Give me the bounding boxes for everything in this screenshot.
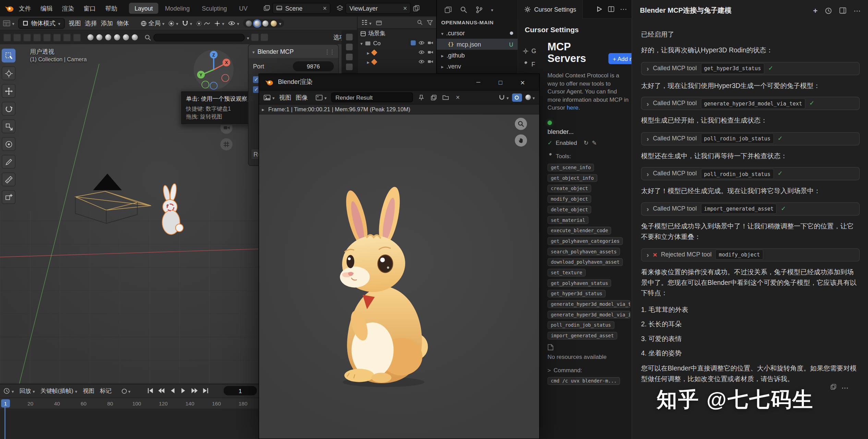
camera-object[interactable] xyxy=(71,170,154,231)
scene-unlink-icon[interactable] xyxy=(323,4,327,12)
marker-menu[interactable]: 标记 xyxy=(100,387,112,395)
minimize-button[interactable] xyxy=(467,74,490,90)
open-image-icon[interactable] xyxy=(442,93,450,101)
expand-chevron-icon[interactable] xyxy=(647,249,649,261)
outliner-row-scene[interactable]: 场景集 xyxy=(358,29,436,38)
mcp-tool-call-rejected[interactable]: Rejected MCP tool modify_object xyxy=(641,248,860,261)
expand-stats-icon[interactable] xyxy=(262,106,264,112)
outliner-editor-icon[interactable] xyxy=(361,19,372,26)
edit-server-icon[interactable] xyxy=(592,139,596,146)
viewlayer-selector[interactable]: ViewLayer xyxy=(346,3,411,14)
outliner-search-icon[interactable] xyxy=(417,20,423,26)
transform-orientation-selector[interactable]: 全局 xyxy=(141,19,164,27)
source-control-icon[interactable] xyxy=(475,6,483,13)
expand-chevron-icon[interactable] xyxy=(647,203,649,215)
cursor-tool[interactable] xyxy=(2,66,15,80)
menu-image[interactable]: 图像 xyxy=(296,93,308,101)
settings-nav-features[interactable]: F xyxy=(522,58,547,71)
playback-menu[interactable]: 回放 xyxy=(20,387,35,395)
falloff-icon-6[interactable] xyxy=(132,34,138,40)
tab-cursor-settings[interactable]: Cursor Settings xyxy=(518,0,583,18)
properties-tab-icon[interactable] xyxy=(346,54,352,60)
panel-layout-icon[interactable] xyxy=(839,7,846,14)
collection-checkbox[interactable] xyxy=(411,40,416,46)
select-mode-invert-icon[interactable] xyxy=(33,34,41,41)
camera-restrict-icon[interactable] xyxy=(427,40,434,46)
play-button[interactable] xyxy=(179,387,188,395)
auto-key-record-icon[interactable] xyxy=(122,388,131,394)
panel-grip-icon[interactable] xyxy=(324,48,334,54)
move-tool[interactable] xyxy=(2,84,15,98)
shading-material-icon[interactable] xyxy=(263,20,269,26)
mcp-tool-call[interactable]: Called MCP tool import_generated_asset xyxy=(641,202,860,215)
new-image-icon[interactable] xyxy=(430,93,437,101)
pivot-point-selector[interactable] xyxy=(168,20,178,26)
camera-restrict-icon[interactable] xyxy=(427,59,434,64)
camera-restrict-icon[interactable] xyxy=(427,50,434,55)
image-editor-icon[interactable] xyxy=(264,94,275,101)
gizmo-x-axis[interactable]: X xyxy=(222,59,230,66)
select-mode-new-icon[interactable] xyxy=(3,34,11,41)
snap-dropdown[interactable] xyxy=(499,94,509,101)
falloff-icon-1[interactable] xyxy=(87,34,94,40)
shading-rendered-icon[interactable] xyxy=(271,20,277,26)
more-actions-icon[interactable] xyxy=(620,5,627,13)
outliner-row-object-1[interactable] xyxy=(358,48,436,57)
jump-to-end-button[interactable] xyxy=(201,387,210,395)
refresh-server-icon[interactable] xyxy=(584,139,589,146)
playhead-line[interactable] xyxy=(4,407,5,439)
rotate-tool[interactable] xyxy=(2,102,15,115)
copy-icon[interactable] xyxy=(830,384,836,392)
viewlayer-browse-icon[interactable] xyxy=(337,5,343,12)
falloff-icon-5[interactable] xyxy=(123,34,129,40)
transform-tool[interactable] xyxy=(2,137,15,151)
new-chat-icon[interactable] xyxy=(813,6,818,15)
menu-add[interactable]: 添加 xyxy=(101,19,113,27)
gizmo-x-neg-axis[interactable] xyxy=(221,74,229,82)
annotate-tool[interactable] xyxy=(2,155,15,168)
pin-icon[interactable] xyxy=(418,93,425,101)
eye-icon[interactable] xyxy=(419,50,425,55)
object-expand-icon[interactable] xyxy=(367,49,370,55)
properties-tab-icon[interactable] xyxy=(346,44,352,50)
overlays-toggle[interactable] xyxy=(228,20,239,26)
menu-edit[interactable]: 编辑 xyxy=(36,2,57,14)
mcp-tool-call[interactable]: Called MCP tool poll_rodin_job_status xyxy=(641,132,860,146)
viewlayer-unlink-icon[interactable] xyxy=(403,4,407,12)
select-mode-subtract-icon[interactable] xyxy=(23,34,31,41)
editor-type-icon[interactable] xyxy=(3,20,14,26)
split-editor-icon[interactable] xyxy=(608,6,614,12)
menu-render[interactable]: 渲染 xyxy=(58,2,79,14)
select-box-tool[interactable] xyxy=(2,49,15,62)
explorer-item-mcp-json[interactable]: {} mcp.json U xyxy=(437,39,518,50)
current-frame-marker[interactable]: 1 xyxy=(1,399,10,407)
more-icon[interactable] xyxy=(841,384,848,392)
unlink-image-icon[interactable] xyxy=(454,93,462,101)
scene-browse-icon[interactable] xyxy=(264,5,270,12)
port-value-field[interactable]: 9876 xyxy=(293,61,334,71)
menu-view[interactable]: 视图 xyxy=(69,19,81,27)
toggle-a-icon[interactable] xyxy=(251,34,258,41)
tool-setting-icon-b[interactable] xyxy=(63,34,71,41)
blender-logo-icon[interactable] xyxy=(4,5,14,12)
workspace-tab-sculpting[interactable]: Sculpting xyxy=(196,3,232,14)
workspace-tab-layout[interactable]: Layout xyxy=(129,3,158,14)
proportional-edit-toggle[interactable] xyxy=(196,20,210,26)
settings-nav-general[interactable]: G xyxy=(522,44,547,58)
gizmo-y-neg-axis[interactable] xyxy=(202,81,209,89)
zoom-icon[interactable] xyxy=(515,118,527,130)
render-window-titlebar[interactable]: Blender渲染 xyxy=(259,74,539,90)
falloff-icon-3[interactable] xyxy=(105,34,111,40)
scale-tool[interactable] xyxy=(2,120,15,133)
expand-chevron-icon[interactable] xyxy=(647,98,649,109)
tool-search-input[interactable] xyxy=(153,34,244,41)
mcp-tool-call[interactable]: Called MCP tool get_hyper3d_status xyxy=(641,62,860,75)
object-expand-icon[interactable] xyxy=(367,58,370,65)
falloff-icon-2[interactable] xyxy=(96,34,103,40)
select-mode-extend-icon[interactable] xyxy=(13,34,21,41)
shading-wireframe-icon[interactable] xyxy=(246,20,252,26)
expand-chevron-icon[interactable] xyxy=(647,63,649,74)
tool-options-chevron-icon[interactable] xyxy=(247,34,249,40)
tool-setting-icon-a[interactable] xyxy=(53,34,61,41)
properties-tab-icon[interactable] xyxy=(346,34,352,40)
